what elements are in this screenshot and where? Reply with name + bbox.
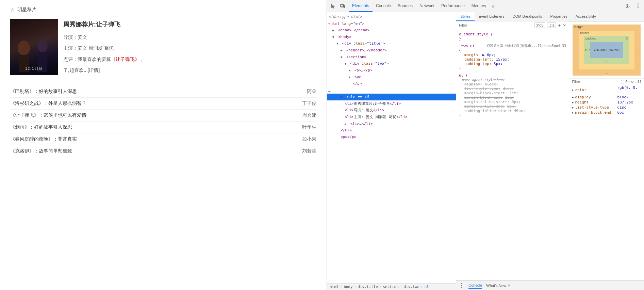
border-minus[interactable]: − xyxy=(631,31,633,35)
computed-expand[interactable]: ▶ xyxy=(572,96,574,99)
tab-console[interactable]: Console xyxy=(373,0,394,12)
director-info: 导演：姜文 xyxy=(63,33,316,41)
computed-expand[interactable]: ▶ xyxy=(572,101,574,104)
computed-prop-val: block xyxy=(617,95,628,99)
breadcrumb-item[interactable]: body xyxy=(344,285,353,289)
tab-performance[interactable]: Performance xyxy=(438,0,468,12)
movie-name[interactable]: 《春风沉醉的夜晚》：非常真实 xyxy=(10,136,77,142)
review-info: 点评：我最喜欢的要算《让子弹飞》， xyxy=(63,55,316,63)
breadcrumb-separator: › xyxy=(421,285,423,289)
dom-tree-node[interactable]: … xyxy=(327,87,456,94)
dom-tree-node[interactable]: ▶ <p> xyxy=(327,74,456,80)
style-tab-dom-breakpoints[interactable]: DOM Breakpoints xyxy=(509,12,546,21)
console-close-button[interactable]: × xyxy=(508,283,511,288)
dom-tree-node[interactable]: <p></p> xyxy=(327,134,456,141)
dom-tree-node[interactable]: <li>主演: 姜文 周润发 葛优</li> xyxy=(327,114,456,120)
actor-name: 周秀娜 xyxy=(302,112,316,118)
filter-bar: :hov .cls + xyxy=(456,21,569,29)
css-rules-list: element.style {}.two ul CSS第七富上机练习3(制作电.… xyxy=(456,29,569,280)
breadcrumb-item[interactable]: html xyxy=(330,285,339,289)
computed-expand[interactable]: ▶ xyxy=(572,88,574,92)
dom-tree[interactable]: <!doctype html><html lang="en">▶ <head>…… xyxy=(327,12,456,283)
tab-sources[interactable]: Sources xyxy=(394,0,416,12)
movie-name[interactable]: 《克洛伊》：故事简单却细致 xyxy=(10,148,72,154)
movie-list-item: 《洛杉矶之战》：外星人那么弱智？丁子俊 xyxy=(10,98,316,110)
dom-tree-node[interactable]: <li>导演: 姜文</li> xyxy=(327,107,456,114)
console-dots-icon[interactable]: ⋮ xyxy=(459,282,464,289)
dom-tree-node[interactable]: ▶ <head>…</head> xyxy=(327,27,456,34)
breadcrumb-item[interactable]: ul xyxy=(424,285,429,289)
more-info: 了,超喜欢...[详情] xyxy=(63,66,316,74)
padding-label: padding xyxy=(585,37,596,40)
devtools-body: <!doctype html><html lang="en">▶ <head>…… xyxy=(327,12,644,290)
tab-memory[interactable]: Memory xyxy=(468,0,490,12)
css-prop-row: margin-block-start: 1em; xyxy=(459,91,566,95)
style-tab-event-listeners[interactable]: Event Listeners xyxy=(475,12,509,21)
more-tabs-button[interactable]: » xyxy=(490,0,496,12)
tab-network[interactable]: Network xyxy=(416,0,438,12)
dom-tree-node[interactable]: ▼ <body> xyxy=(327,34,456,41)
dom-tree-node[interactable]: <li>周秀娜荐片:让子弹飞</li> xyxy=(327,100,456,107)
movie-name[interactable]: 《剑雨》：好的故事引人深思 xyxy=(10,124,72,130)
margin-minus[interactable]: − xyxy=(638,25,639,29)
actor-name: 丁子俊 xyxy=(302,100,316,107)
computed-filter-bar: Show all xyxy=(569,79,644,85)
dom-tree-node[interactable]: ▼ <div class="title"> xyxy=(327,40,456,47)
show-all-label[interactable]: Show all xyxy=(621,80,642,84)
add-filter[interactable]: + xyxy=(558,23,561,28)
css-prop-row: padding-left: 157px; xyxy=(459,57,566,62)
dom-tree-node[interactable]: <!doctype html> xyxy=(327,14,456,20)
dom-tree-node[interactable]: </ul> xyxy=(327,127,456,134)
console-tab-console[interactable]: Console xyxy=(468,283,482,289)
ua-stylesheet-label: user agent stylesheet xyxy=(459,78,505,82)
css-source[interactable]: CSS第七富上机练习3(制作电...17ekaus5uu4:33 xyxy=(487,44,566,48)
dom-tree-node[interactable]: ▶ <li>…</li> xyxy=(327,120,456,127)
style-tab-styles[interactable]: Styles xyxy=(456,12,475,21)
css-selector[interactable]: .two ul xyxy=(459,44,475,48)
devtools-tabs: Elements Console Sources Network Perform… xyxy=(349,0,496,12)
dom-tree-node[interactable]: ▼ <ul> == $0 xyxy=(327,94,456,100)
styles-panel: StylesEvent ListenersDOM BreakpointsProp… xyxy=(456,12,644,290)
page-title-bar: ☆ 明星荐片 xyxy=(10,7,316,13)
padding-left-val: 157 xyxy=(585,48,590,52)
cls-filter[interactable]: .cls xyxy=(547,22,556,28)
hov-filter[interactable]: :hov xyxy=(534,22,545,28)
breadcrumb-item[interactable]: div.two xyxy=(403,285,419,289)
movie-list-item: 《春风沉醉的夜晚》：非常真实如小果 xyxy=(10,133,316,145)
more-options-button[interactable]: ⋮ xyxy=(633,1,643,11)
star-icon: ☆ xyxy=(10,7,15,13)
movie-name[interactable]: 《巴别塔》：好的故事引人深思 xyxy=(10,88,77,95)
style-tab-accessibility[interactable]: Accessibility xyxy=(572,12,600,21)
computed-expand[interactable]: ▶ xyxy=(572,111,574,114)
svg-point-2 xyxy=(37,40,48,52)
dom-tree-node[interactable]: ▶ <header>…</header> xyxy=(327,47,456,54)
show-all-checkbox[interactable] xyxy=(621,80,624,83)
actor-name: 叶年生 xyxy=(302,124,316,130)
dom-tree-node[interactable]: ▶ <p>…</p> xyxy=(327,67,456,74)
breadcrumb-item[interactable]: div.title xyxy=(358,285,378,289)
device-icon-button[interactable] xyxy=(338,1,347,11)
computed-prop-name: color xyxy=(575,88,616,92)
styles-main-area: :hov .cls + element.style {}.two ul CSS第… xyxy=(456,21,644,280)
style-tab-properties[interactable]: Properties xyxy=(546,12,572,21)
dom-tree-node[interactable]: <html lang="en"> xyxy=(327,20,456,27)
cursor-icon-button[interactable] xyxy=(328,1,338,11)
dom-tree-node[interactable]: ▼ <section> xyxy=(327,54,456,61)
css-rules-area: :hov .cls + element.style {}.two ul CSS第… xyxy=(456,21,569,280)
dom-tree-node[interactable]: </p> xyxy=(327,80,456,87)
movie-feature: 12|16|日 周秀娜荐片:让子弹飞 导演：姜文 主演：姜文 周润发 葛优 点评… xyxy=(10,19,316,78)
movie-name[interactable]: 《洛杉矶之战》：外星人那么弱智？ xyxy=(10,100,86,107)
breadcrumb-item[interactable]: section xyxy=(383,285,398,289)
console-tab-whatsnew[interactable]: What's New × xyxy=(486,282,510,289)
tab-elements[interactable]: Elements xyxy=(349,0,373,12)
computed-expand[interactable]: ▶ xyxy=(572,106,574,109)
css-prop-row: margin-inline-end: 0px; xyxy=(459,104,566,109)
computed-filter-input[interactable] xyxy=(572,80,619,84)
dom-tree-node[interactable]: ▼ <div class="two"> xyxy=(327,60,456,67)
computed-row: ▶height187.2px xyxy=(569,100,644,105)
filter-input[interactable] xyxy=(459,23,532,27)
bm-content: 766.200 × 187.200 xyxy=(590,42,623,58)
movie-name[interactable]: 《让子弹飞》：武侠里也可以有爱情 xyxy=(10,112,86,118)
filter-scroll-down[interactable] xyxy=(563,23,566,27)
settings-icon-button[interactable] xyxy=(623,1,632,11)
